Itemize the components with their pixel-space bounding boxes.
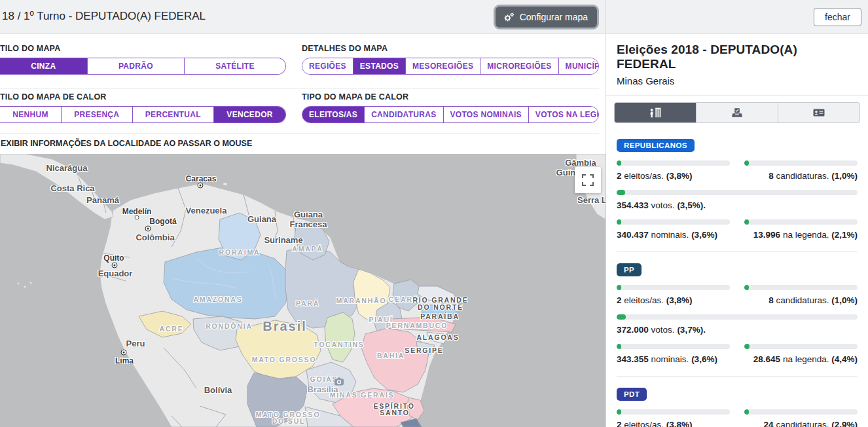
results-panel: fechar Eleições 2018 - DEPUTADO(A) FEDER… xyxy=(606,0,868,427)
party-badge: PDT xyxy=(617,388,647,401)
town-marker-medelin xyxy=(135,215,139,220)
map-label-mato-grosso: MATO GROSSO xyxy=(252,356,317,363)
stat-votos: 354.433 votos. (3,5%). xyxy=(617,190,858,211)
map-label-gambia: Gâmbia xyxy=(565,158,596,168)
map-label-para: PARÁ xyxy=(296,299,319,307)
tab-votes[interactable] xyxy=(696,103,778,122)
party-badge: PP xyxy=(617,263,642,276)
configure-map-label: Configurar mapa xyxy=(520,12,588,22)
fullscreen-icon xyxy=(582,174,594,186)
map-label-panama: Panamá xyxy=(86,195,119,205)
progress-fill xyxy=(744,219,749,225)
map-label-minas-gerais: MINAS GERAIS xyxy=(330,391,395,399)
option-candidaturas[interactable]: CANDIDATURAS xyxy=(364,107,443,122)
map-label-acre: ACRE xyxy=(160,325,184,333)
option-votos-legenda[interactable]: VOTOS NA LEGENDA xyxy=(528,107,599,122)
progress-bar xyxy=(617,344,730,349)
party-badge: REPUBLICANOS xyxy=(617,139,695,152)
map-style-label: TILO DO MAPA xyxy=(0,44,286,53)
option-nenhum[interactable]: NENHUM xyxy=(0,107,61,122)
stat-candidaturas: 8 candidaturas. (1,0%) xyxy=(744,152,858,181)
option-regioes[interactable]: REGIÕES xyxy=(302,58,353,74)
progress-fill xyxy=(617,160,621,166)
map-label-equador: Equador xyxy=(98,269,133,278)
map-label-lima: Lima xyxy=(115,356,134,365)
map-label-peru: Peru xyxy=(126,339,145,348)
map-style-group: CINZA PADRÃO SATÉLITE xyxy=(0,58,286,75)
option-presenca[interactable]: PRESENÇA xyxy=(61,107,132,122)
progress-bar xyxy=(617,409,730,415)
map-label-brasil: Brasil xyxy=(262,319,307,334)
map-label-paraiba: PARAÍBA xyxy=(420,312,460,320)
progress-bar xyxy=(744,160,858,166)
progress-fill xyxy=(617,190,625,195)
option-padrao[interactable]: PADRÃO xyxy=(87,58,184,74)
stat-candidaturas: 24 candidaturas. (2,9%) xyxy=(744,401,858,427)
tab-profile[interactable] xyxy=(778,103,859,122)
option-eleitos[interactable]: ELEITOS/AS xyxy=(302,107,364,122)
map-label-suriname: Suriname xyxy=(264,235,302,245)
option-vencedor[interactable]: VENCEDOR xyxy=(213,107,285,122)
page-title: 18 / 1º Turno - DEPUTADO(A) FEDERAL xyxy=(2,10,206,23)
heat-type-label: TIPO DO MAPA DE CALOR xyxy=(302,92,599,102)
option-votos-nominais[interactable]: VOTOS NOMINAIS xyxy=(443,107,528,122)
option-satelite[interactable]: SATÉLITE xyxy=(184,58,285,74)
map-label-alagoas: ALAGOAS xyxy=(416,333,459,341)
photo-poi-icon[interactable] xyxy=(335,377,344,388)
stat-eleitos: 2 eleitos/as. (3,8%) xyxy=(617,152,730,181)
panel-toolbar: fechar xyxy=(606,0,868,34)
id-card-icon xyxy=(812,107,825,118)
voting-booth-icon xyxy=(649,107,662,118)
app: 18 / 1º Turno - DEPUTADO(A) FEDERAL Con xyxy=(0,0,868,427)
map-label-serra-leoa: Serra Leo xyxy=(577,195,606,205)
map-label-costa-rica: Costa Rica xyxy=(50,183,94,193)
option-estados[interactable]: ESTADOS xyxy=(353,58,405,74)
option-mesoregioes[interactable]: MESOREGIÕES xyxy=(405,58,480,74)
option-percentual[interactable]: PERCENTUAL xyxy=(132,107,214,122)
option-microregioes[interactable]: MICROREGIÕES xyxy=(480,58,558,74)
map-label-ms-2: DO SUL xyxy=(272,417,305,425)
ballot-box-icon xyxy=(731,107,744,118)
close-panel-button[interactable]: fechar xyxy=(814,8,861,26)
option-cinza[interactable]: CINZA xyxy=(0,58,87,74)
map-toolbar: 18 / 1º Turno - DEPUTADO(A) FEDERAL Con xyxy=(0,0,606,34)
stat-votos: 372.000 votos. (3,7%). xyxy=(617,314,858,335)
party-card-republicanos: REPUBLICANOS 2 eleitos/as. (3,8%) 8 cand… xyxy=(617,139,858,240)
heat-style-label: TILO DO MAPA DE CALOR xyxy=(0,92,286,102)
map-label-sergipe: SERGIPE xyxy=(405,346,443,354)
map-label-quito: Quito xyxy=(103,253,124,263)
tab-candidates[interactable] xyxy=(615,103,696,122)
progress-fill xyxy=(744,344,750,349)
stat-nominais: 343.355 nominais. (3,6%) xyxy=(617,335,730,365)
progress-bar xyxy=(617,219,730,225)
progress-fill xyxy=(744,160,749,166)
progress-fill xyxy=(744,285,749,290)
progress-bar xyxy=(617,190,858,195)
party-card-pdt: PDT 2 eleitos/as. (3,8%) 24 candidaturas… xyxy=(617,376,858,427)
option-municipios[interactable]: MUNICÍPIOS xyxy=(558,58,599,74)
map-label-venezuela: Venezuela xyxy=(186,206,227,215)
map-label-espirito-santo-2: SANTO xyxy=(380,409,410,417)
hover-info-label: EXIBIR INFORMAÇÕES DA LOCALIDADE AO PASS… xyxy=(1,139,252,148)
fullscreen-button[interactable] xyxy=(575,167,601,193)
map-label-rn-2: DO NORTE xyxy=(418,303,463,311)
progress-bar xyxy=(744,344,858,349)
progress-fill xyxy=(617,409,621,415)
map-label-rondonia: RONDÔNIA xyxy=(206,322,253,330)
capital-marker-lima xyxy=(121,350,127,356)
map-label-maranhao: MARANHÃO xyxy=(336,297,387,305)
divider xyxy=(0,133,599,134)
progress-bar xyxy=(744,285,858,290)
map-label-amapa: AMAPÁ xyxy=(292,245,323,253)
heat-type-group: ELEITOS/AS CANDIDATURAS VOTOS NOMINAIS V… xyxy=(302,106,599,123)
progress-fill xyxy=(617,219,621,225)
progress-fill xyxy=(617,344,621,349)
progress-bar xyxy=(744,409,858,415)
map-label-nicaragua: Nicarágua xyxy=(46,163,88,173)
progress-bar xyxy=(617,314,858,320)
map-canvas[interactable]: Nicarágua Costa Rica Panamá Venezuela Co… xyxy=(0,154,606,427)
capital-marker-quito xyxy=(112,263,118,269)
progress-fill xyxy=(617,285,621,290)
configure-map-button[interactable]: Configurar mapa xyxy=(494,5,599,29)
map-controls: TILO DO MAPA CINZA PADRÃO SATÉLITE DETAL… xyxy=(0,34,606,154)
